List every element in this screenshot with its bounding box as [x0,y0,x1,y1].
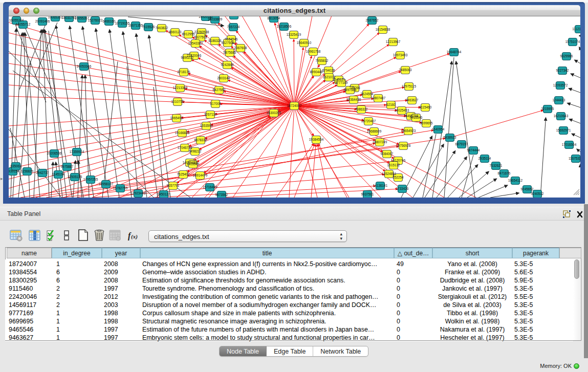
svg-text:12213389: 12213389 [173,86,188,90]
svg-text:20091406: 20091406 [35,19,50,23]
svg-text:9450122: 9450122 [158,192,170,196]
svg-text:3215955: 3215955 [541,107,554,111]
svg-text:12923448: 12923448 [131,191,146,195]
svg-text:7625402: 7625402 [177,172,190,176]
svg-text:19756928: 19756928 [396,144,411,147]
svg-text:2942737: 2942737 [36,171,49,174]
svg-text:8990448: 8990448 [310,70,323,74]
svg-text:(x): (x) [131,233,138,240]
svg-text:10973493: 10973493 [393,53,408,57]
svg-text:9327508: 9327508 [222,41,234,45]
svg-text:9463627: 9463627 [406,98,419,102]
svg-text:7955812: 7955812 [316,59,329,62]
svg-text:10065351: 10065351 [48,16,63,19]
svg-text:8916254: 8916254 [228,16,241,17]
svg-text:8939154: 8939154 [9,169,19,173]
svg-text:3267110: 3267110 [204,113,217,116]
svg-text:1615132: 1615132 [387,163,400,167]
svg-text:8912955: 8912955 [182,32,195,36]
svg-text:16914479: 16914479 [193,173,208,177]
svg-text:19958107: 19958107 [99,182,114,186]
svg-text:3498222: 3498222 [189,149,202,153]
svg-text:1145194: 1145194 [52,172,65,176]
svg-text:14055712: 14055712 [16,23,31,26]
svg-text:7515526: 7515526 [142,25,155,29]
svg-text:9154546: 9154546 [225,37,238,41]
svg-text:15276022: 15276022 [88,18,103,22]
svg-text:2803144: 2803144 [217,76,230,80]
svg-text:8471676: 8471676 [498,171,511,175]
svg-text:16120746: 16120746 [391,159,406,162]
svg-text:10543382: 10543382 [188,41,203,45]
svg-text:2718176: 2718176 [178,70,190,74]
svg-text:10688609: 10688609 [367,129,382,133]
svg-text:8186328: 8186328 [209,39,222,42]
svg-text:7986322: 7986322 [355,107,368,111]
svg-text:9474444: 9474444 [467,148,480,152]
svg-text:6879197: 6879197 [455,142,468,146]
svg-text:18807249: 18807249 [373,140,387,144]
svg-text:9329966: 9329966 [560,54,573,58]
svg-text:11675330: 11675330 [569,157,580,160]
svg-text:62160: 62160 [386,103,396,106]
svg-text:13325419: 13325419 [287,33,301,36]
svg-text:18724007: 18724007 [287,104,302,107]
svg-text:9240512: 9240512 [531,192,544,195]
svg-text:9465546: 9465546 [410,116,423,119]
svg-text:1965493: 1965493 [170,116,183,120]
svg-text:2935114: 2935114 [478,157,491,160]
svg-text:1353594: 1353594 [200,124,213,127]
svg-text:9937561: 9937561 [361,192,374,196]
svg-text:12213967: 12213967 [386,40,401,43]
svg-text:9084067: 9084067 [381,152,394,156]
svg-text:19384554: 19384554 [309,138,324,141]
svg-text:9890212: 9890212 [181,56,194,59]
svg-text:7463822: 7463822 [156,26,168,30]
svg-text:20364436: 20364436 [346,98,361,101]
svg-text:17359924: 17359924 [70,150,84,154]
svg-text:17046736: 17046736 [178,146,192,149]
svg-text:3624554: 3624554 [361,92,374,96]
svg-text:7357224: 7357224 [227,25,240,29]
svg-text:16154838: 16154838 [376,28,390,31]
svg-text:19166825: 19166825 [175,131,190,135]
svg-text:15720407: 15720407 [361,119,376,123]
svg-text:8813054: 8813054 [268,16,280,20]
svg-text:12505135: 12505135 [68,175,82,179]
svg-text:10655267: 10655267 [75,16,90,20]
svg-text:17016504: 17016504 [562,143,577,146]
svg-text:9777169: 9777169 [335,81,348,84]
svg-text:835061: 835061 [10,164,21,168]
svg-text:10025453: 10025453 [395,108,409,112]
svg-text:252254: 252254 [393,176,404,179]
svg-text:12975115: 12975115 [402,84,416,88]
svg-text:9975887: 9975887 [61,165,74,168]
svg-text:9242848: 9242848 [221,63,234,67]
svg-text:9227342: 9227342 [556,69,569,72]
svg-text:13524851: 13524851 [382,172,397,176]
svg-text:16033809: 16033809 [208,17,223,21]
svg-text:19218506: 19218506 [277,25,292,28]
svg-text:22260538: 22260538 [194,30,209,34]
svg-text:1244413: 1244413 [553,98,565,102]
svg-text:16055724: 16055724 [9,18,24,22]
svg-text:6897568: 6897568 [344,88,357,92]
svg-text:5875685: 5875685 [224,51,236,54]
svg-text:12093572: 12093572 [553,83,568,87]
svg-text:16648784: 16648784 [447,50,462,54]
svg-text:11121954: 11121954 [572,27,580,31]
svg-text:9115460: 9115460 [419,105,432,109]
svg-text:8660123: 8660123 [169,30,182,34]
svg-text:1733426: 1733426 [396,187,409,190]
svg-text:8427552: 8427552 [213,88,226,92]
svg-text:8678332: 8678332 [194,138,207,142]
svg-text:6794028: 6794028 [322,69,335,72]
svg-text:1156829: 1156829 [21,169,34,173]
svg-text:2367608: 2367608 [234,46,247,50]
svg-text:20206536: 20206536 [47,151,62,155]
svg-text:19654923: 19654923 [401,129,416,133]
svg-text:317006: 317006 [210,102,221,105]
svg-text:16782759: 16782759 [113,186,128,190]
svg-text:1640954: 1640954 [432,127,445,131]
svg-text:10719155: 10719155 [115,21,130,25]
